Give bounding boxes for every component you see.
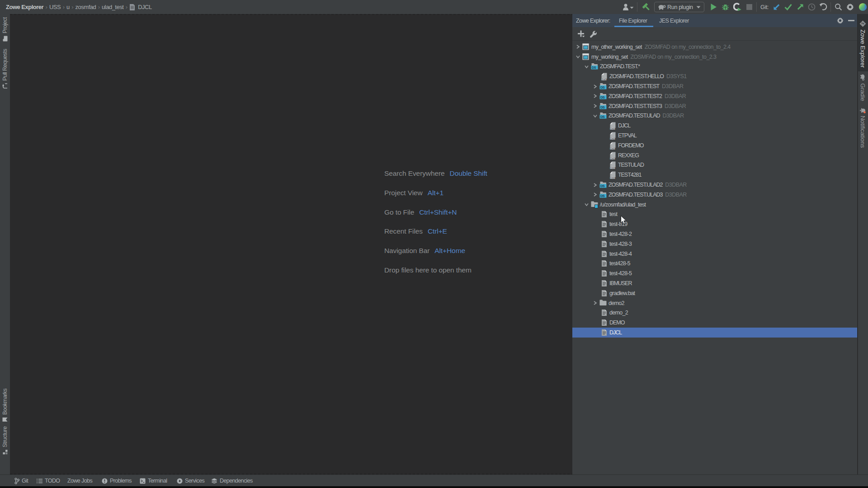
svg-text:DS: DS [600,115,605,119]
svg-text:DS: DS [600,105,605,109]
svg-text:DS: DS [592,66,596,70]
svg-text:MEM: MEM [610,167,615,169]
svg-text:MEM: MEM [610,157,615,160]
svg-text:DS: DS [600,95,605,99]
svg-text:MEM: MEM [601,78,607,81]
svg-text:Z: Z [861,23,865,25]
svg-text:MEM: MEM [610,147,615,150]
svg-text:MEM: MEM [610,137,615,140]
svg-text:MEM: MEM [610,127,615,130]
svg-text:DS: DS [600,85,605,89]
svg-text:MEM: MEM [610,177,615,179]
svg-text:DS: DS [600,184,605,188]
svg-text:DS: DS [600,194,605,198]
